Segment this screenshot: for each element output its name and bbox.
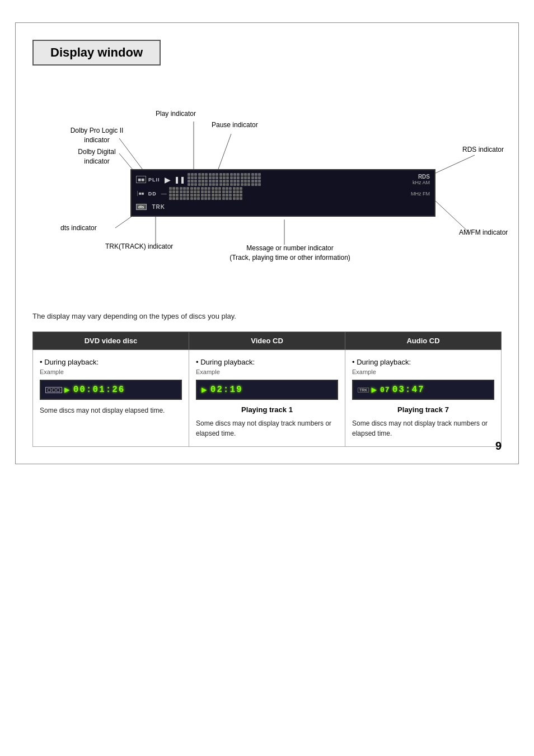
vcd-prefix: ▶ [202,384,208,395]
dvd-icon: ▢▢▢ [45,387,62,393]
trk-indicator-label: TRK(TRACK) indicator [105,242,173,251]
dvd-example: Example [40,368,182,375]
title-box: Display window [32,40,161,66]
rds-indicator-label: RDS indicator [462,145,504,155]
acd-example: Example [352,368,494,375]
rds-label: RDS [418,174,430,180]
svg-line-1 [218,134,231,169]
play-indicator-label: Play indicator [156,109,196,119]
page-container: Display window Play indicator Paus [15,22,519,464]
page-number: 9 [495,440,502,452]
dts-indicator-label: dts indicator [60,223,97,233]
vcd-cell: • During playback: Example ▶ 02:19 Playi… [189,350,345,447]
segment-display-row2 [169,187,397,200]
khz-label: kHz AM [413,180,430,185]
col-header-vcd: Video CD [189,332,345,350]
table-section: DVD video disc Video CD Audio CD • Durin… [32,332,502,447]
vcd-track-label: Playing track 1 [196,405,338,414]
col-header-acd: Audio CD [345,332,502,350]
vcd-note: Some discs may not display track numbers… [196,418,338,438]
dolby-prologic-label: Dolby Pro Logic IIindicator [66,126,128,145]
dvd-time: 00:01:26 [73,385,125,395]
trk-label: TRK [152,204,166,210]
acd-track-label: Playing track 7 [352,405,494,414]
acd-note: Some discs may not display track numbers… [352,418,494,438]
vcd-bullet: • During playback: [196,358,338,366]
amfm-indicator-label: AM/FM indicator [459,228,508,237]
page-title: Display window [50,45,143,60]
acd-time: 03:47 [392,385,425,395]
dvd-bullet: • During playback: [40,358,182,366]
play-symbol: ▶ [165,175,171,184]
dvd-cell: • During playback: Example ▢▢▢ ▶ 00:01:2… [33,350,189,447]
lcd-panel: ■■ PLII ▶ ❚❚ [130,169,435,217]
acd-cell: • During playback: Example TRK ▶ 07 03:4… [345,350,502,447]
vcd-time: 02:19 [210,385,243,395]
dvd-display: ▢▢▢ ▶ 00:01:26 [40,380,182,400]
dolby-digital-label: Dolby Digitalindicator [69,147,125,166]
segment-display-row1 [188,173,397,186]
vcd-example: Example [196,368,338,375]
dvd-prefix: ▶ [64,384,71,395]
dd-label: DD [148,191,157,197]
col-header-dvd: DVD video disc [33,332,189,350]
mhz-label: MHz FM [411,191,430,197]
acd-prefix: ▶ [371,384,378,395]
message-indicator-label: Message or number indicator(Track, playi… [228,244,352,263]
vcd-display: ▶ 02:19 [196,380,338,400]
pause-indicator-label: Pause indicator [212,120,258,130]
acd-trk-icon: TRK [358,388,369,393]
disc-table: DVD video disc Video CD Audio CD • Durin… [32,332,502,447]
dd-box: ■■ [137,191,146,196]
dts-box: dts [136,204,147,210]
diagram-section: Play indicator Pause indicator Dolby Pro… [32,82,502,306]
plii-label: PLII [148,177,160,183]
acd-display: TRK ▶ 07 03:47 [352,380,494,400]
acd-track-num: 07 [380,386,390,394]
acd-bullet: • During playback: [352,358,494,366]
svg-line-7 [434,155,475,174]
dash-symbol: — [161,190,167,197]
pause-symbol: ❚❚ [174,176,185,184]
dvd-note: Some discs may not display elapsed time. [40,405,182,416]
dd-indicator: ■■ [136,176,146,183]
note-text: The display may vary depending on the ty… [32,312,502,320]
